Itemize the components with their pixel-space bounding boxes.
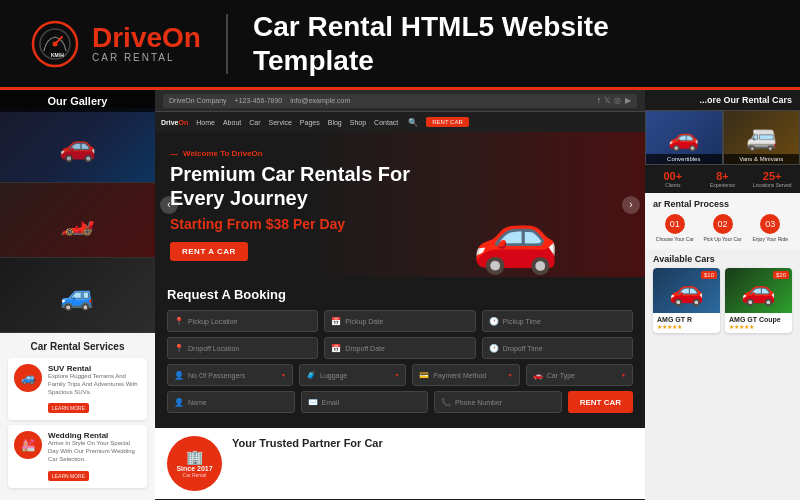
booking-row-2: 📍 Dropoff Location 📅 Dropoff Date 🕐 Drop… [167,337,633,359]
nav-blog[interactable]: Blog [328,119,342,126]
logo-white-part: Drive [92,22,162,53]
since-label: Car Rental [176,472,212,478]
pickup-time-field[interactable]: 🕐 Pickup Time [482,310,633,332]
hero-price-prefix: Starting From [170,216,266,232]
avail-car-price-2: $20 [773,271,789,279]
nav-contact[interactable]: Contact [374,119,398,126]
booking-submit-btn[interactable]: RENT CAR [568,391,633,413]
stat-clients-number: 00+ [650,170,696,182]
service-section: Car Rental Services 🚙 SUV Rental Explore… [0,333,155,500]
pickup-loc-icon: 📍 [174,317,184,326]
process-steps: 01 Choose Your Car 02 Pick Up Your Car 0… [653,214,792,243]
dropoff-location-label: Dropoff Location [188,345,239,352]
url-phone: +123-456-7890 [235,97,283,104]
avail-car-stars-2: ★★★★★ [729,323,788,330]
about-section: 🏢 Since 2017 Car Rental Your Trusted Par… [155,428,645,499]
rent-a-car-btn[interactable]: RENT A CAR [170,242,248,261]
passengers-select[interactable]: 👤 No Of Passengers [167,364,293,386]
payment-select[interactable]: 💳 Payment Method [412,364,519,386]
hero-area: 🚗 ‹ › Welcome To DriveOn Premium Car Ren… [155,132,645,277]
nav-pages[interactable]: Pages [300,119,320,126]
main-content: Our Gallery Car Rental Services 🚙 SUV Re… [0,90,800,500]
dropoff-date-field[interactable]: 📅 Dropoff Date [324,337,475,359]
center-panel: DriveOn Company +123-456-7890 info@examp… [155,90,645,500]
service-learn-wedding[interactable]: LEARN MORE [48,471,89,481]
nav-shop[interactable]: Shop [350,119,366,126]
hero-price: Starting From $38 Per Day [170,216,410,232]
name-field[interactable]: 👤 Name [167,391,295,413]
since-text: Since 2017 Car Rental [176,465,212,478]
stat-locations-number: 25+ [749,170,795,182]
luggage-select[interactable]: 🧳 Luggage [299,364,406,386]
passengers-label: No Of Passengers [188,372,245,379]
service-desc-suv: Explore Rugged Terrains And Family Trips… [48,373,141,396]
nav-home[interactable]: Home [196,119,215,126]
step-icon-3: 03 [760,214,780,234]
gallery-image-3 [0,258,155,333]
avail-car-stars-1: ★★★★★ [657,323,716,330]
avail-car-name-2: AMG GT Coupe [729,316,788,323]
hero-heading-line2: Every Journey [170,186,410,210]
service-text-suv: SUV Rental Explore Rugged Terrains And F… [48,364,141,414]
pickup-time-icon: 🕐 [489,317,499,326]
booking-section: Request A Booking 📍 Pickup Location 📅 Pi… [155,277,645,428]
nav-car[interactable]: Car [249,119,260,126]
dropoff-location-field[interactable]: 📍 Dropoff Location [167,337,318,359]
gallery-title: Our Gallery [0,90,155,112]
pickup-date-icon: 📅 [331,317,341,326]
avail-car-1[interactable]: 🚗 $10 AMG GT R ★★★★★ [653,268,720,333]
avail-car-info-2: AMG GT Coupe ★★★★★ [725,313,792,333]
nav-about[interactable]: About [223,119,241,126]
service-learn-suv[interactable]: LEARN MORE [48,403,89,413]
category-vans[interactable]: 🚐 Vans & Minivans [723,110,801,165]
dropoff-date-label: Dropoff Date [345,345,385,352]
stat-clients-label: Clients [650,182,696,188]
svg-point-3 [53,41,58,46]
dropoff-time-field[interactable]: 🕐 Dropoff Time [482,337,633,359]
phone-icon: 📞 [441,398,451,407]
service-card-wedding: 💒 Wedding Rental Arrive In Style On Your… [8,425,147,487]
logo-red-part: On [162,22,201,53]
process-step-1: 01 Choose Your Car [653,214,697,243]
avail-car-info-1: AMG GT R ★★★★★ [653,313,720,333]
passengers-icon: 👤 [174,371,184,380]
phone-field[interactable]: 📞 Phone Number [434,391,562,413]
top-header: KM/H DriveOn CAR RENTAL Car Rental HTML5… [0,0,800,90]
service-desc-wedding: Arrive In Style On Your Special Day With… [48,440,141,463]
slider-next-btn[interactable]: › [622,196,640,214]
hero-welcome: Welcome To DriveOn [170,149,410,158]
nav-service[interactable]: Service [269,119,292,126]
hero-content: Welcome To DriveOn Premium Car Rentals F… [170,149,410,261]
gallery-image-1 [0,108,155,183]
step-text-1: Choose Your Car [656,236,694,243]
car-category-grid: 🚗 Convertibles 🚐 Vans & Minivans [645,110,800,165]
about-heading: Your Trusted Partner For Car [232,436,383,450]
process-step-2: 02 Pick Up Your Car [701,214,745,243]
hero-car: 🚗 [395,167,635,277]
stat-experience-label: Experience [700,182,746,188]
service-name-suv: SUV Rental [48,364,141,373]
avail-car-name-1: AMG GT R [657,316,716,323]
cartype-select[interactable]: 🚗 Car Type [526,364,633,386]
logo-name: DriveOn [92,24,201,52]
browser-nav: DriveOn Home About Car Service Pages Blo… [155,112,645,132]
search-icon[interactable]: 🔍 [408,118,418,127]
category-convertibles[interactable]: 🚗 Convertibles [645,110,723,165]
cartype-icon: 🚗 [533,371,543,380]
pickup-date-field[interactable]: 📅 Pickup Date [324,310,475,332]
service-icon-suv: 🚙 [14,364,42,392]
slider-prev-btn[interactable]: ‹ [160,196,178,214]
service-name-wedding: Wedding Rental [48,431,141,440]
avail-car-2[interactable]: 🚗 $20 AMG GT Coupe ★★★★★ [725,268,792,333]
process-title: ar Rental Process [653,199,792,209]
social-icon-ig: ◎ [614,96,621,105]
gallery-image-2 [0,183,155,258]
pickup-date-label: Pickup Date [345,318,383,325]
header-title-line2: Template [253,44,609,78]
speedometer-icon: KM/H [30,19,80,69]
payment-label: Payment Method [433,372,486,379]
email-field[interactable]: ✉️ Email [301,391,429,413]
pickup-location-field[interactable]: 📍 Pickup Location [167,310,318,332]
rent-car-nav-btn[interactable]: RENT CAR [426,117,469,127]
stat-clients: 00+ Clients [650,170,696,188]
